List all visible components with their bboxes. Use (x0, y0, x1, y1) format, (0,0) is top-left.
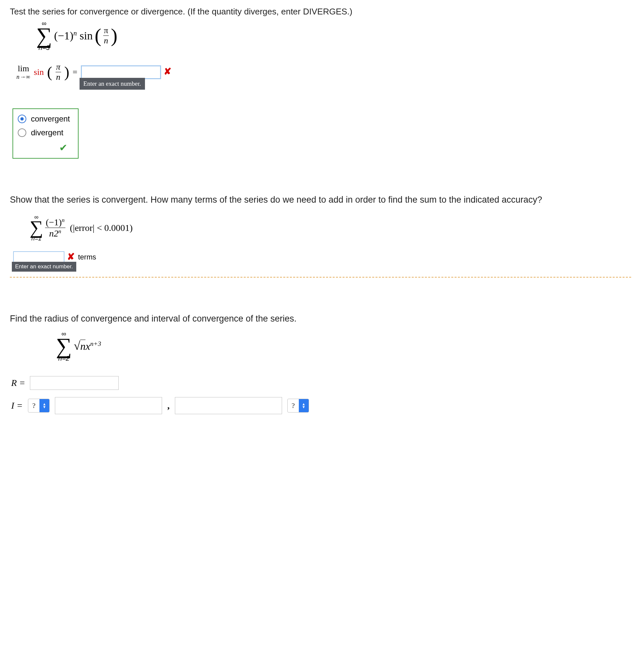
sin-label: sin (34, 67, 44, 77)
q3-left-bracket-select[interactable]: ? ▲▼ (28, 399, 50, 412)
q1-radio-group: convergent divergent ✔ (13, 108, 79, 159)
q2-tooltip: Enter an exact number. (12, 262, 76, 271)
I-label: I = (11, 401, 23, 411)
wrong-icon: ✘ (164, 66, 171, 76)
radio-off-icon (18, 128, 26, 137)
radio-on-icon (18, 115, 26, 123)
q2-terms-row: ✘ Enter an exact number. terms (13, 251, 631, 264)
q3-series: ∞ ∑ n=2 √nxn+3 (56, 331, 631, 361)
q1-limit-input[interactable] (81, 65, 161, 79)
question-3: Find the radius of convergence and inter… (10, 314, 631, 414)
section-divider (10, 277, 631, 278)
wrong-icon: ✘ (67, 252, 74, 262)
summation-symbol: ∞ ∑ n=3 (36, 20, 52, 51)
q3-prompt: Find the radius of convergence and inter… (10, 314, 631, 324)
radio-divergent[interactable]: divergent (18, 128, 70, 137)
q3-right-bracket-select[interactable]: ? ▲▼ (287, 399, 309, 412)
q1-prompt: Test the series for convergence or diver… (10, 6, 631, 17)
R-label: R = (11, 378, 25, 388)
q1-limit-row: lim n→∞ sin ( πn ) = ✘ Enter an exact nu… (16, 63, 631, 82)
question-1: Test the series for convergence or diver… (10, 6, 631, 159)
q1-limit-input-wrap: ✘ Enter an exact number. (81, 65, 171, 79)
fraction-term: (−1)n n2n (45, 218, 65, 238)
radio-convergent[interactable]: convergent (18, 114, 70, 124)
q3-interval-left-input[interactable] (55, 397, 162, 414)
chevron-updown-icon: ▲▼ (299, 399, 309, 412)
question-2: Show that the series is convergent. How … (10, 195, 631, 278)
summation-symbol: ∞ ∑ n=2 (56, 331, 72, 361)
fraction-pi-n: πn (103, 26, 109, 45)
q3-R-input[interactable] (30, 376, 119, 390)
error-condition: (|error| < 0.0001) (70, 223, 133, 233)
q3-I-row: I = ? ▲▼ , ? ▲▼ (11, 397, 631, 414)
chevron-updown-icon: ▲▼ (39, 399, 49, 412)
correct-check-icon: ✔ (18, 142, 67, 153)
terms-label: terms (78, 253, 96, 262)
q2-series: ∞ ∑ n=1 (−1)n n2n (|error| < 0.0001) (30, 214, 631, 241)
q3-R-row: R = (11, 376, 631, 390)
q2-prompt: Show that the series is convergent. How … (10, 195, 631, 205)
q1-series: ∞ ∑ n=3 (−1)n sin ( πn ) (36, 20, 631, 51)
q1-tooltip: Enter an exact number. (80, 78, 145, 90)
q3-interval-right-input[interactable] (175, 397, 282, 414)
limit-label: lim n→∞ (16, 64, 30, 81)
summation-symbol: ∞ ∑ n=1 (30, 214, 43, 241)
